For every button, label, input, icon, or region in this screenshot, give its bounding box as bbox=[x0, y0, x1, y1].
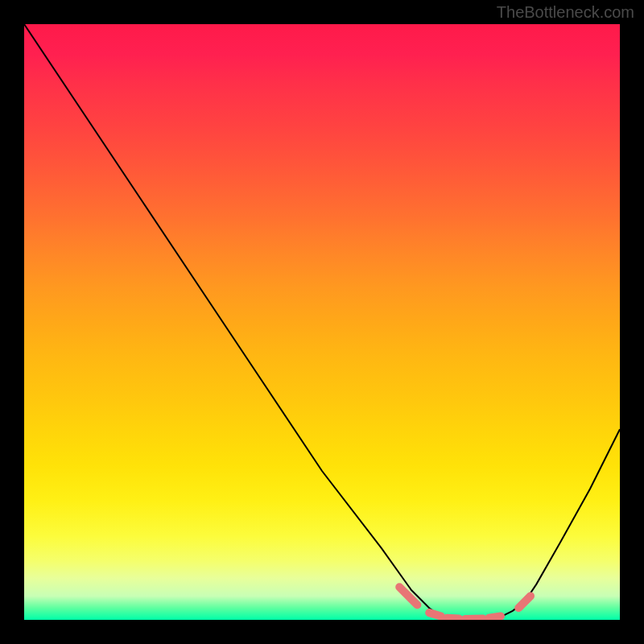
watermark-text: TheBottleneck.com bbox=[497, 3, 634, 22]
marker-segment bbox=[399, 587, 417, 605]
marker-segment bbox=[489, 617, 501, 618]
curve-group bbox=[24, 24, 620, 619]
marker-segment bbox=[518, 596, 530, 608]
marker-segment bbox=[447, 618, 459, 619]
marker-group bbox=[399, 587, 530, 619]
bottleneck-curve bbox=[24, 24, 620, 619]
marker-segment bbox=[429, 613, 441, 616]
chart-svg bbox=[24, 24, 620, 620]
chart-container bbox=[24, 24, 620, 620]
